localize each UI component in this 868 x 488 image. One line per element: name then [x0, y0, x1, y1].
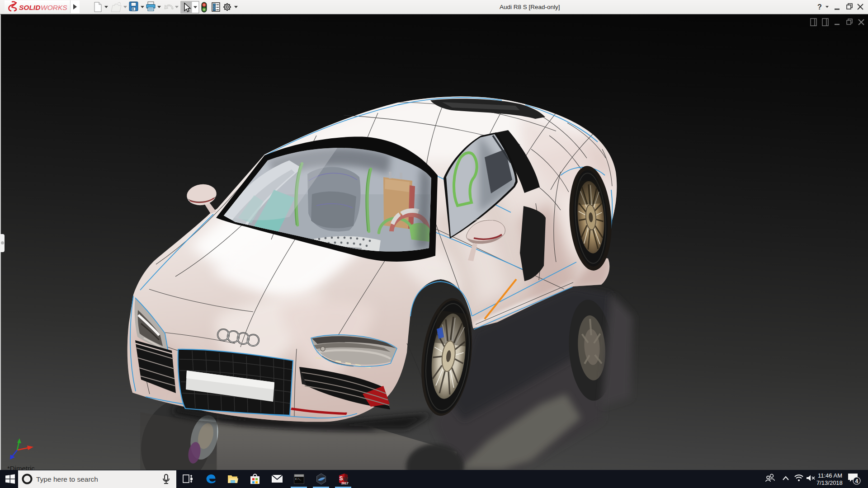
svg-text:2017: 2017 [341, 482, 349, 485]
svg-text:S: S [340, 475, 343, 482]
svg-text:7/13/2018: 7/13/2018 [816, 479, 843, 486]
svg-text:C:\_: C:\_ [295, 478, 302, 481]
svg-text:4: 4 [855, 478, 859, 484]
svg-text:Type here to search: Type here to search [36, 475, 98, 483]
svg-text:?: ? [817, 3, 822, 11]
svg-text:11:46 AM: 11:46 AM [818, 472, 842, 479]
